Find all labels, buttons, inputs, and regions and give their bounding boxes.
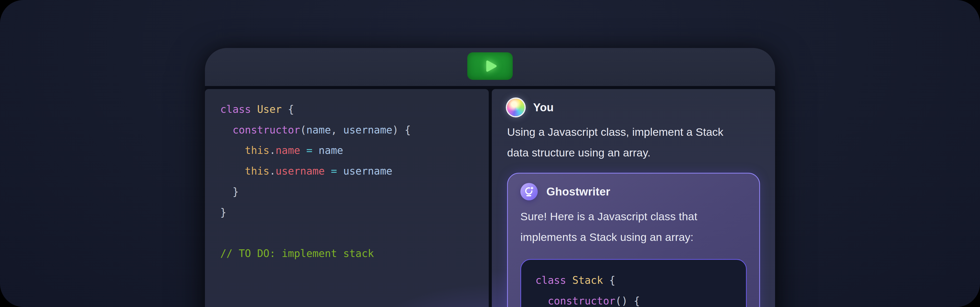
- assistant-code: class Stack { constructor() {: [535, 270, 736, 307]
- play-icon: [485, 59, 498, 73]
- ghostwriter-card: Ghostwriter Sure! Here is a Javascript c…: [507, 173, 760, 307]
- window-titlebar: [205, 48, 775, 86]
- user-name: You: [533, 101, 554, 114]
- user-message: Using a Javascript class, implement a St…: [507, 122, 760, 163]
- window-content: class User { constructor(name, username)…: [205, 89, 775, 307]
- editor-code: class User { constructor(name, username)…: [220, 99, 489, 264]
- editor-panel[interactable]: class User { constructor(name, username)…: [205, 89, 489, 307]
- assistant-message: Sure! Here is a Javascript class that im…: [520, 206, 747, 248]
- run-button[interactable]: [467, 52, 513, 80]
- replit-window: class User { constructor(name, username)…: [205, 48, 775, 307]
- chat-panel: You Using a Javascript class, implement …: [492, 89, 775, 307]
- assistant-name: Ghostwriter: [546, 185, 610, 198]
- ghostwriter-icon: [523, 186, 535, 197]
- user-message-header: You: [507, 99, 760, 116]
- assistant-code-block: class Stack { constructor() {: [520, 259, 747, 307]
- ghostwriter-avatar: [520, 183, 538, 200]
- marketing-canvas: class User { constructor(name, username)…: [0, 0, 980, 307]
- user-avatar-rainbow-orb-icon: [507, 99, 525, 116]
- assistant-message-header: Ghostwriter: [520, 183, 747, 200]
